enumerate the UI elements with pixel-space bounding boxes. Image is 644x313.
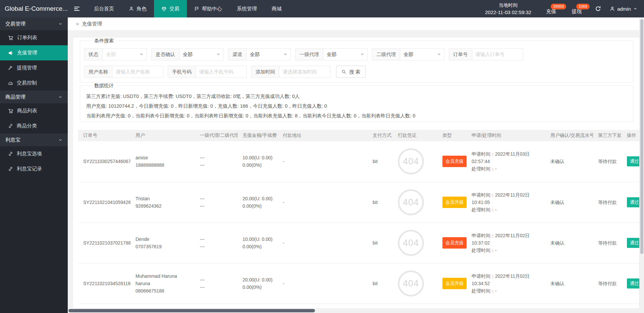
sidebar-item-lixibao-options[interactable]: 利息宝选项 bbox=[0, 146, 68, 161]
column-header-order-no: 订单号 bbox=[78, 130, 130, 141]
pass-button[interactable]: 通过 bbox=[627, 156, 640, 166]
cell-pay-method: bit bbox=[368, 263, 393, 304]
sidebar-item-goods-category[interactable]: 商品分类 bbox=[0, 118, 68, 134]
stats-line: 当前列表用户充值: 0，当前列表今日新增充值: 0，当前列表昨日新增充值: 0，… bbox=[84, 111, 629, 121]
gauge-icon bbox=[8, 81, 13, 86]
cell-user: Muhammad Haruna haruna08066675188 bbox=[130, 263, 195, 304]
fee: 0.00(0%) bbox=[243, 283, 273, 291]
chevron-down-icon bbox=[217, 54, 220, 57]
nav-item-home[interactable]: 后台首页 bbox=[87, 0, 121, 17]
cell-user-confirm: 未确认 bbox=[545, 182, 593, 222]
column-header-apply-process-time: 申请/处理时间 bbox=[467, 130, 545, 141]
payment-proof-image: 404 bbox=[398, 148, 424, 174]
column-header-type: 类型 bbox=[437, 130, 467, 141]
nav-item-label: 系统管理 bbox=[237, 6, 257, 12]
select-value: 全部 bbox=[327, 52, 336, 57]
agent2: --- bbox=[200, 243, 232, 250]
cell-payment-proof: 404 bbox=[393, 182, 437, 222]
sidebar-group-trade-manage[interactable]: 交易管理 bbox=[0, 17, 68, 30]
nav-right: 当地时间 2022-11-03 02:59:32 充值29959提现2369 a… bbox=[485, 0, 644, 17]
search-input-username[interactable] bbox=[112, 66, 163, 78]
vertical-scrollbar[interactable] bbox=[639, 17, 644, 313]
nav-quick-links: 充值29959提现2369 bbox=[543, 3, 594, 15]
vertical-scrollbar-thumb[interactable] bbox=[640, 19, 643, 254]
sidebar-item-lixibao-records[interactable]: 利息宝记录 bbox=[0, 161, 68, 176]
table-row: SY2211021041059426Tristan9289624362-----… bbox=[78, 182, 640, 222]
agent2: --- bbox=[200, 202, 232, 210]
search-select-agent1[interactable]: 全部 bbox=[323, 48, 368, 60]
search-button[interactable]: 搜 索 bbox=[336, 66, 366, 78]
nav-item-help-center[interactable]: 帮助中心 bbox=[187, 0, 229, 17]
cell-pay-method: bit bbox=[368, 222, 393, 263]
user-menu[interactable]: admin bbox=[610, 6, 637, 12]
cell-payment-proof: 404 bbox=[393, 222, 437, 263]
table-row: SY2211021034528116Muhammad Haruna haruna… bbox=[78, 263, 640, 304]
chevron-down-icon bbox=[361, 54, 364, 57]
search-select-confirm[interactable]: 全部 bbox=[179, 48, 224, 60]
refresh-icon[interactable] bbox=[595, 6, 601, 12]
cell-type: 会员充值 bbox=[437, 222, 467, 263]
agent1: --- bbox=[200, 154, 232, 161]
column-header-amount-fee: 充值金额/手续费 bbox=[237, 130, 278, 141]
nav-item-mall[interactable]: 商城 bbox=[264, 0, 289, 17]
app-logo: Global E-Commerce... bbox=[0, 0, 68, 17]
scales-icon bbox=[161, 6, 167, 11]
cell-user-confirm: 未确认 bbox=[545, 263, 593, 304]
agent2: --- bbox=[200, 161, 232, 169]
sidebar-group-label: 商品管理 bbox=[5, 94, 25, 100]
user-phone: 18888888888 bbox=[136, 161, 190, 169]
amount: 10.00(U: 0.00) bbox=[243, 154, 273, 161]
search-input-add-time[interactable] bbox=[279, 66, 330, 78]
horizontal-scrollbar-thumb[interactable] bbox=[68, 309, 315, 312]
cell-pay-address: - bbox=[278, 222, 368, 263]
pass-button[interactable]: 通过 bbox=[627, 197, 640, 207]
select-value: 全部 bbox=[404, 52, 413, 57]
cell-actions: 通过 bbox=[622, 182, 640, 222]
search-input-phone[interactable] bbox=[196, 66, 247, 78]
column-header-agents: 一级代理/二级代理 bbox=[195, 130, 237, 141]
horizontal-scrollbar[interactable] bbox=[68, 308, 644, 313]
local-time-label: 当地时间 bbox=[485, 1, 531, 9]
search-input-order-no[interactable] bbox=[472, 48, 523, 60]
link-icon bbox=[8, 166, 13, 171]
sidebar-item-trade-control[interactable]: 交易控制 bbox=[0, 75, 68, 91]
sidebar-group-goods-manage[interactable]: 商品管理 bbox=[0, 91, 68, 103]
sidebar-item-label: 商品分类 bbox=[17, 123, 37, 129]
sidebar-group-lixibao[interactable]: 利息宝 bbox=[0, 134, 68, 146]
sidebar-item-withdraw-manage[interactable]: 提现管理 bbox=[0, 60, 68, 75]
search-field-label: 手机号码 bbox=[168, 66, 196, 78]
user-name: Dende bbox=[136, 236, 190, 243]
nav-item-system[interactable]: 系统管理 bbox=[229, 0, 264, 17]
agent1: --- bbox=[200, 276, 232, 283]
column-header-third-party-issue: 第三方下发 bbox=[593, 130, 622, 141]
column-header-user-confirm: 用户确认/交易流水号 bbox=[545, 130, 593, 141]
sidebar-item-recharge-manage[interactable]: 充值管理 bbox=[0, 45, 68, 60]
stats-line: 第三方累计充值: USDT0，第三方手续费: USDT0，第三方成功收款: 0笔… bbox=[84, 92, 629, 101]
sidebar-item-order-list[interactable]: 订单列表 bbox=[0, 30, 68, 45]
stats-fieldset: 数据统计 第三方累计充值: USDT0，第三方手续费: USDT0，第三方成功收… bbox=[80, 83, 633, 122]
search-select-agent2[interactable]: 全部 bbox=[400, 48, 444, 60]
search-select-channel[interactable]: 全部 bbox=[247, 48, 291, 60]
search-field-agent2: 二级代理全部 bbox=[372, 48, 444, 60]
cell-order-no: SY2211021037021788 bbox=[78, 222, 130, 263]
sidebar-toggle[interactable] bbox=[68, 0, 87, 17]
column-header-actions: 操作 bbox=[622, 130, 640, 141]
pass-button[interactable]: 通过 bbox=[627, 238, 640, 248]
cell-third-party-issue: 等待付款 bbox=[593, 222, 622, 263]
sidebar-item-label: 商品列表 bbox=[17, 108, 37, 114]
nav-item-roles[interactable]: 角色 bbox=[121, 0, 154, 17]
pass-button[interactable]: 通过 bbox=[627, 278, 640, 289]
nav-item-trade[interactable]: 交易 bbox=[154, 0, 187, 17]
sidebar-group-label: 交易管理 bbox=[5, 21, 25, 27]
nav-quick-recharge[interactable]: 充值29959 bbox=[543, 3, 559, 15]
cell-actions: 通过 bbox=[622, 141, 640, 182]
nav-quick-withdraw[interactable]: 提现2369 bbox=[568, 3, 585, 15]
search-field-agent1: 一级代理全部 bbox=[295, 48, 368, 60]
search-select-status[interactable]: 全部 bbox=[103, 48, 147, 60]
search-field-channel: 渠道全部 bbox=[228, 48, 291, 60]
sidebar-item-goods-list[interactable]: 商品列表 bbox=[0, 103, 68, 118]
chevron-down-icon bbox=[58, 22, 62, 26]
cart-icon bbox=[8, 108, 13, 114]
chevron-up-icon bbox=[633, 7, 637, 11]
search-field-confirm: 是否确认全部 bbox=[151, 48, 224, 60]
